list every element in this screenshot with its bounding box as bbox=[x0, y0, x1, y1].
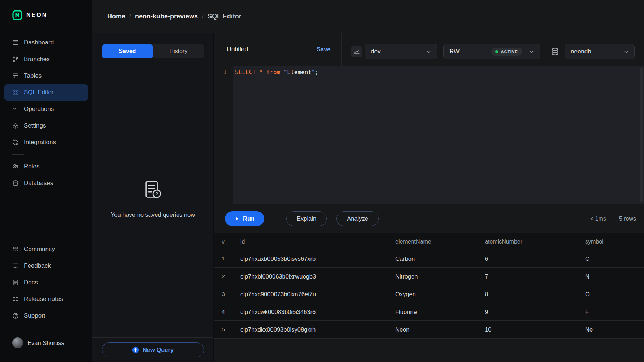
code-content[interactable]: SELECT * from "Element"; bbox=[233, 66, 639, 204]
neon-logo-icon bbox=[12, 10, 22, 20]
query-stats: < 1ms 5 rows bbox=[590, 216, 636, 222]
table-cell: Ne bbox=[578, 321, 644, 338]
empty-state-text: You have no saved queries now bbox=[111, 211, 195, 218]
sidebar-item-label: Operations bbox=[24, 105, 54, 113]
sidebar-item-sql-editor[interactable]: SQL Editor bbox=[4, 84, 88, 101]
sql-token-plain bbox=[263, 69, 266, 76]
sidebar-item-label: Feedback bbox=[24, 262, 51, 270]
sidebar-item-label: Community bbox=[24, 246, 55, 253]
sidebar-item-feedback[interactable]: Feedback bbox=[4, 258, 88, 274]
sidebar-item-dashboard[interactable]: Dashboard bbox=[4, 34, 88, 51]
table-cell: C bbox=[578, 250, 644, 267]
sidebar-nav-primary: DashboardBranchesTablesSQL EditorOperati… bbox=[4, 34, 88, 191]
table-cell: Neon bbox=[388, 321, 478, 338]
table-cell: 7 bbox=[478, 268, 578, 285]
results-header-row: #idelementNameatomicNumbersymbol bbox=[214, 233, 644, 250]
sql-editor-icon bbox=[12, 89, 19, 96]
svg-text:?: ? bbox=[155, 191, 158, 197]
branches-icon bbox=[12, 56, 19, 63]
sidebar-item-community[interactable]: Community bbox=[4, 241, 88, 258]
table-cell: 6 bbox=[478, 250, 578, 267]
breadcrumb-separator: / bbox=[202, 13, 204, 20]
new-query-button[interactable]: New Query bbox=[102, 342, 204, 357]
branch-select-value: dev bbox=[371, 48, 380, 55]
row-number-cell: 5 bbox=[214, 321, 233, 338]
sidebar-item-integrations[interactable]: Integrations bbox=[4, 134, 88, 151]
editor-area: Untitled Save dev RW ACTIVE bbox=[214, 33, 644, 362]
topbar: Home / neon-kube-previews / SQL Editor bbox=[92, 0, 644, 33]
run-button[interactable]: Run bbox=[225, 211, 264, 226]
empty-state: ? You have no saved queries now bbox=[92, 179, 213, 218]
compute-status-text: ACTIVE bbox=[501, 49, 518, 54]
sidebar-item-roles[interactable]: Roles bbox=[4, 158, 88, 175]
saved-queries-panel: Saved History ? You have no saved querie… bbox=[92, 33, 214, 362]
sidebar-item-tables[interactable]: Tables bbox=[4, 68, 88, 84]
divider bbox=[12, 154, 24, 155]
query-action-bar: Run Explain Analyze < 1ms 5 rows bbox=[214, 204, 644, 233]
sidebar-item-release-notes[interactable]: Release notes bbox=[4, 291, 88, 307]
table-cell: 8 bbox=[478, 285, 578, 303]
dashboard-icon bbox=[12, 39, 19, 46]
tab-history[interactable]: History bbox=[153, 44, 204, 58]
chevron-down-icon bbox=[426, 49, 432, 55]
column-header: # bbox=[214, 233, 233, 250]
editor-scrollbar[interactable] bbox=[640, 68, 643, 202]
branch-select[interactable]: dev bbox=[365, 44, 437, 59]
table-row: 2clp7hxbl000063b0ixrwuogb3Nitrogen7N bbox=[214, 268, 644, 285]
sidebar: NEON DashboardBranchesTablesSQL EditorOp… bbox=[0, 0, 92, 362]
feedback-icon bbox=[12, 263, 19, 269]
tab-saved[interactable]: Saved bbox=[102, 44, 153, 58]
compute-select[interactable]: RW ACTIVE bbox=[443, 44, 540, 59]
table-cell: 10 bbox=[478, 321, 578, 338]
sql-editor[interactable]: 1 SELECT * from "Element"; bbox=[214, 66, 644, 204]
settings-icon bbox=[12, 122, 19, 129]
sidebar-item-label: Roles bbox=[24, 163, 39, 170]
column-header: elementName bbox=[388, 233, 478, 250]
results-table: #idelementNameatomicNumbersymbol1clp7hxa… bbox=[214, 233, 644, 339]
table-cell: clp7hxc9000073b0ixa76ei7u bbox=[233, 285, 388, 303]
queries-panel-footer: New Query bbox=[92, 337, 213, 362]
play-icon bbox=[235, 216, 239, 221]
sidebar-item-label: Docs bbox=[24, 279, 38, 286]
table-row: 5clp7hxdkx00093b0isy08gkrhNeon10Ne bbox=[214, 321, 644, 339]
docs-icon bbox=[12, 279, 19, 286]
explain-button[interactable]: Explain bbox=[286, 211, 327, 226]
breadcrumb-home[interactable]: Home bbox=[107, 13, 125, 20]
row-number-cell: 3 bbox=[214, 285, 233, 303]
database-icon bbox=[551, 47, 559, 56]
sidebar-item-operations[interactable]: Operations bbox=[4, 101, 88, 117]
row-number-cell: 1 bbox=[214, 250, 233, 267]
neon-logo[interactable]: NEON bbox=[12, 10, 47, 20]
table-cell: Oxygen bbox=[388, 285, 478, 303]
analyze-button[interactable]: Analyze bbox=[336, 211, 379, 226]
sidebar-item-support[interactable]: Support bbox=[4, 307, 88, 324]
sql-token-plain bbox=[256, 69, 260, 76]
breadcrumb-project[interactable]: neon-kube-previews bbox=[135, 13, 198, 20]
release-notes-icon bbox=[12, 296, 19, 302]
table-row: 1clp7hxaxb00053b0isvs67xrbCarbon6C bbox=[214, 250, 644, 268]
save-button[interactable]: Save bbox=[317, 33, 331, 66]
table-cell: O bbox=[578, 285, 644, 303]
line-number: 1 bbox=[214, 67, 227, 77]
sidebar-item-settings[interactable]: Settings bbox=[4, 117, 88, 134]
run-label: Run bbox=[243, 215, 254, 222]
table-row: 4clp7hxcwk00083b0i6i3463r6Fluorine9F bbox=[214, 303, 644, 321]
user-menu[interactable]: Evan Shortiss bbox=[4, 335, 88, 351]
tables-icon bbox=[12, 73, 19, 79]
sidebar-item-docs[interactable]: Docs bbox=[4, 274, 88, 291]
queries-tabs: Saved History bbox=[102, 44, 204, 58]
sidebar-item-branches[interactable]: Branches bbox=[4, 51, 88, 68]
community-icon bbox=[12, 246, 19, 253]
editor-header: Untitled Save dev RW ACTIVE bbox=[214, 33, 644, 66]
integrations-icon bbox=[12, 139, 19, 146]
branch-graph-icon bbox=[351, 46, 362, 57]
column-header: id bbox=[233, 233, 388, 250]
compute-select-value: RW bbox=[449, 48, 460, 55]
new-query-label: New Query bbox=[143, 346, 174, 353]
database-select[interactable]: neondb bbox=[565, 44, 635, 59]
table-row: 3clp7hxc9000073b0ixa76ei7uOxygen8O bbox=[214, 285, 644, 303]
sidebar-item-databases[interactable]: Databases bbox=[4, 175, 88, 191]
text-cursor bbox=[319, 68, 319, 75]
brand-name: NEON bbox=[26, 12, 47, 18]
plus-circle-icon bbox=[132, 346, 139, 353]
